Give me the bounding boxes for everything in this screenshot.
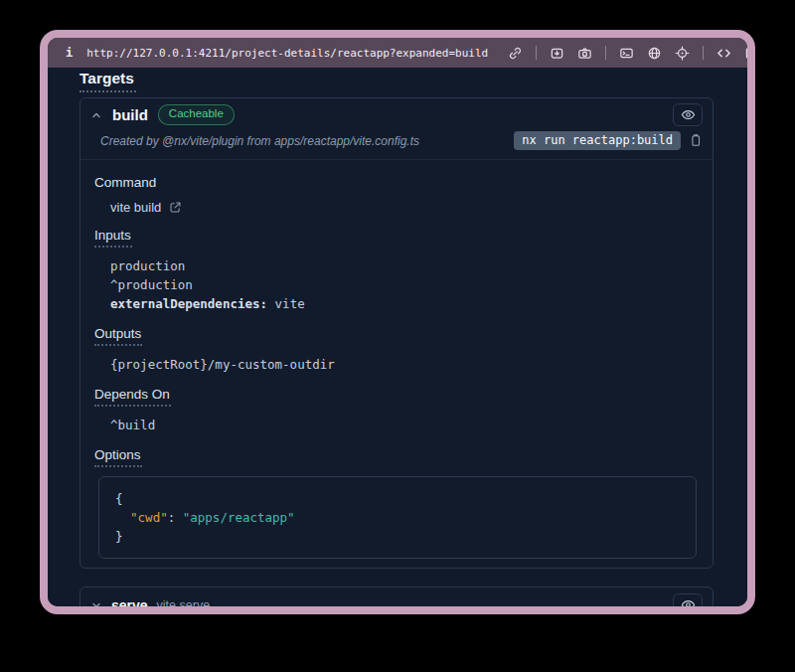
split-panel-icon[interactable]	[744, 46, 747, 61]
command-value: vite build	[110, 200, 161, 215]
input-key: externalDependencies:	[110, 296, 267, 311]
code-line-cwd: "cwd": "apps/reactapp"	[115, 508, 680, 527]
target-card-serve: serve vite serve	[80, 587, 714, 606]
open-config-link[interactable]	[169, 201, 182, 214]
target-name-build: build	[112, 106, 148, 123]
targets-heading: Targets	[80, 70, 136, 92]
titlebar-divider	[605, 46, 606, 60]
globe-icon[interactable]	[647, 46, 662, 61]
run-command-chip[interactable]: nx run reactapp:build	[514, 131, 681, 150]
options-code-block: { "cwd": "apps/reactapp" }	[98, 476, 697, 559]
view-in-graph-button[interactable]	[673, 103, 703, 126]
preview-window: i http://127.0.0.1:4211/project-details/…	[40, 30, 755, 614]
copy-icon	[689, 133, 703, 148]
link-icon[interactable]	[508, 46, 523, 61]
preview-window-inner: i http://127.0.0.1:4211/project-details/…	[48, 38, 747, 606]
info-icon: i	[66, 46, 73, 60]
input-item: production	[110, 256, 699, 275]
code-icon[interactable]	[716, 46, 731, 61]
command-label: Command	[94, 175, 156, 190]
outputs-label[interactable]: Outputs	[94, 326, 142, 346]
depends-on-label[interactable]: Depends On	[94, 387, 171, 407]
target-card-build: build Cacheable Created by @nx/vite/plug…	[80, 97, 714, 569]
created-by-text: Created by @nx/vite/plugin from apps/rea…	[100, 134, 419, 148]
command-value-line: vite build	[110, 200, 699, 215]
output-item: {projectRoot}/my-custom-outdir	[110, 355, 699, 374]
created-by-row: Created by @nx/vite/plugin from apps/rea…	[80, 130, 713, 160]
inspect-target-icon[interactable]	[675, 46, 690, 61]
command-section: Command vite build	[94, 173, 699, 215]
titlebar-divider	[703, 46, 704, 60]
serve-subtitle: vite serve	[157, 598, 211, 607]
outputs-list: {projectRoot}/my-custom-outdir	[110, 355, 699, 374]
copy-command-button[interactable]	[689, 133, 703, 148]
depends-on-item: ^build	[110, 416, 699, 434]
inputs-label[interactable]: Inputs	[94, 228, 132, 248]
serve-card-header[interactable]: serve vite serve	[80, 588, 713, 606]
code-key-cwd: "cwd"	[130, 510, 168, 525]
address-url[interactable]: http://127.0.0.1:4211/project-details/re…	[86, 47, 488, 60]
chevron-down-icon[interactable]	[90, 599, 102, 607]
options-section: Options { "cwd": "apps/reactapp" }	[94, 445, 699, 559]
eye-icon	[681, 107, 696, 122]
browser-titlebar: i http://127.0.0.1:4211/project-details/…	[48, 38, 747, 68]
inputs-list: production ^production externalDependenc…	[110, 256, 699, 313]
code-line-open: {	[115, 489, 680, 508]
view-in-graph-button-serve[interactable]	[673, 593, 703, 606]
titlebar-actions	[508, 46, 747, 61]
page-viewport: Targets build Cacheable	[48, 68, 747, 606]
build-card-header[interactable]: build Cacheable	[80, 98, 713, 130]
build-card-body: Command vite build	[80, 160, 713, 569]
outputs-section: Outputs {projectRoot}/my-custom-outdir	[94, 324, 699, 374]
titlebar-divider	[536, 46, 537, 60]
external-link-icon	[169, 201, 182, 214]
code-indent	[115, 510, 130, 525]
code-line-close: }	[115, 527, 680, 546]
camera-icon[interactable]	[577, 46, 592, 61]
input-value: vite	[275, 296, 305, 311]
cacheable-badge: Cacheable	[158, 104, 235, 125]
inputs-section: Inputs production ^production externalDe…	[94, 226, 699, 313]
eye-icon	[681, 597, 696, 606]
code-separator: :	[168, 510, 183, 525]
save-box-icon[interactable]	[550, 46, 564, 61]
input-item-external-deps: externalDependencies: vite	[110, 294, 699, 313]
devtools-icon[interactable]	[619, 46, 634, 61]
chevron-up-icon[interactable]	[90, 109, 102, 121]
target-name-serve: serve	[111, 597, 148, 607]
options-label[interactable]: Options	[94, 447, 142, 467]
code-value-cwd: "apps/reactapp"	[183, 510, 295, 525]
depends-on-section: Depends On ^build	[94, 385, 699, 434]
desktop-background: i http://127.0.0.1:4211/project-details/…	[0, 0, 795, 672]
depends-on-list: ^build	[110, 416, 699, 434]
input-item: ^production	[110, 275, 699, 294]
